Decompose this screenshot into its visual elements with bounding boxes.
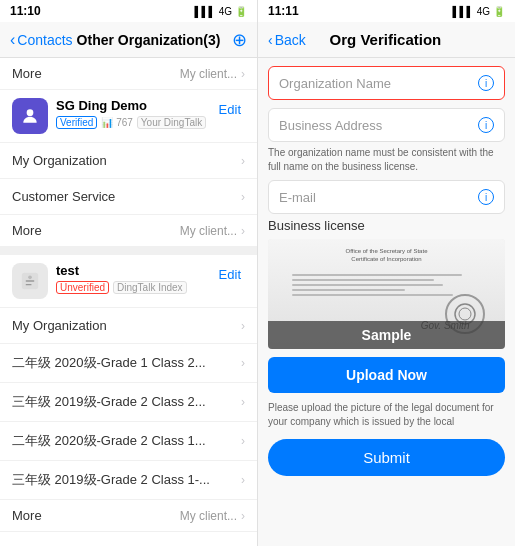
doc-line-1 xyxy=(292,274,463,276)
license-image-container: Office of the Secretary of StateCertific… xyxy=(268,239,505,349)
business-address-info-icon[interactable]: i xyxy=(478,117,494,133)
svg-point-4 xyxy=(459,308,471,320)
doc-header-text: Office of the Secretary of StateCertific… xyxy=(315,247,457,264)
my-organization-item[interactable]: My Organization › xyxy=(0,143,257,179)
grade3-class1-label: 三年级 2019级-Grade 2 Class 1-... xyxy=(12,471,210,489)
test-dingtalk-badge: DingTalk Index xyxy=(113,281,187,294)
bottom-more-section[interactable]: More My client... › xyxy=(0,500,257,532)
grade2-class1-label: 二年级 2020级-Grade 2 Class 1... xyxy=(12,432,206,450)
right-network-icon: 4G xyxy=(477,6,490,17)
doc-line-5 xyxy=(292,294,453,296)
my-org-label: My Organization xyxy=(12,153,107,168)
email-placeholder: E-mail xyxy=(279,190,316,205)
signal-icon: ▌▌▌ xyxy=(194,6,215,17)
doc-body xyxy=(292,274,482,299)
separator-1 xyxy=(0,247,257,255)
right-status-bar: 11:11 ▌▌▌ 4G 🔋 xyxy=(258,0,515,22)
top-more-section[interactable]: More My client... › xyxy=(0,58,257,90)
left-nav-header: ‹ Contacts Other Organization(3) ⊕ xyxy=(0,22,257,58)
sg-ding-demo-card[interactable]: SG Ding Demo Verified 📊 767 Your DingTal… xyxy=(0,90,257,143)
contacts-back-link[interactable]: Contacts xyxy=(17,32,72,48)
svg-point-0 xyxy=(27,109,34,116)
bottom-more-label: More xyxy=(12,508,42,523)
chevron-icon-7: › xyxy=(241,473,245,487)
test-edit-btn[interactable]: Edit xyxy=(215,263,245,286)
add-contact-icon[interactable]: ⊕ xyxy=(232,29,247,51)
doc-line-3 xyxy=(292,284,444,286)
sg-ding-edit-btn[interactable]: Edit xyxy=(215,98,245,121)
unverified-badge: Unverified xyxy=(56,281,109,294)
grade2-class1-item[interactable]: 二年级 2020级-Grade 2 Class 1... › xyxy=(0,422,257,461)
email-info-icon[interactable]: i xyxy=(478,189,494,205)
chevron-icon-8: › xyxy=(241,509,245,523)
right-panel: 11:11 ▌▌▌ 4G 🔋 ‹ Back Org Verification O… xyxy=(258,0,515,546)
chevron-right-icon: › xyxy=(241,67,245,81)
more-label: More xyxy=(12,66,42,81)
grade3-class1-item[interactable]: 三年级 2019级-Grade 2 Class 1-... › xyxy=(0,461,257,500)
org-name-helper-text: The organization name must be consistent… xyxy=(258,142,515,180)
sg-ding-avatar xyxy=(12,98,48,134)
test-org-badges: Unverified DingTalk Index xyxy=(56,281,215,294)
my-client-text: My client... xyxy=(180,67,237,81)
test-org-avatar xyxy=(12,263,48,299)
license-sample-image: Office of the Secretary of StateCertific… xyxy=(268,239,505,349)
network-icon: 4G xyxy=(219,6,232,17)
dingtalk-badge: Your DingTalk xyxy=(137,116,206,129)
my-org-chevron-icon: › xyxy=(241,154,245,168)
chevron-icon-3: › xyxy=(241,319,245,333)
my-client-text-2: My client... xyxy=(180,224,237,238)
battery-icon: 🔋 xyxy=(235,6,247,17)
left-time: 11:10 xyxy=(10,4,41,18)
customer-service-item[interactable]: Customer Service › xyxy=(0,179,257,215)
upload-hint-text: Please upload the picture of the legal d… xyxy=(258,401,515,435)
member-count: 📊 767 xyxy=(101,117,132,128)
right-back-chevron-icon: ‹ xyxy=(268,32,273,48)
right-signal-icon: ▌▌▌ xyxy=(452,6,473,17)
right-status-icons: ▌▌▌ 4G 🔋 xyxy=(452,6,505,17)
grade3-class2-item[interactable]: 三年级 2019级-Grade 2 Class 2... › xyxy=(0,383,257,422)
left-status-bar: 11:10 ▌▌▌ 4G 🔋 xyxy=(0,0,257,22)
org-name-info-icon[interactable]: i xyxy=(478,75,494,91)
verified-badge: Verified xyxy=(56,116,97,129)
doc-line-2 xyxy=(292,279,434,281)
grade3-class2-label: 三年级 2019级-Grade 2 Class 2... xyxy=(12,393,206,411)
chevron-icon-5: › xyxy=(241,395,245,409)
test-my-org-item[interactable]: My Organization › xyxy=(0,308,257,344)
doc-line-4 xyxy=(292,289,406,291)
left-panel: 11:10 ▌▌▌ 4G 🔋 ‹ Contacts Other Organiza… xyxy=(0,0,258,546)
doc-header: Office of the Secretary of StateCertific… xyxy=(315,247,457,264)
customer-service-label: Customer Service xyxy=(12,189,115,204)
test-org-info: test Unverified DingTalk Index xyxy=(56,263,215,294)
email-field[interactable]: E-mail i xyxy=(268,180,505,214)
chevron-right-icon-2: › xyxy=(241,224,245,238)
more-label-2: More xyxy=(12,223,42,238)
right-battery-icon: 🔋 xyxy=(493,6,505,17)
grade2-class2-label: 二年级 2020级-Grade 1 Class 2... xyxy=(12,354,206,372)
grade2-class2-item[interactable]: 二年级 2020级-Grade 1 Class 2... › xyxy=(0,344,257,383)
chevron-icon-4: › xyxy=(241,356,245,370)
submit-button[interactable]: Submit xyxy=(268,439,505,476)
back-chevron-icon[interactable]: ‹ xyxy=(10,31,15,49)
test-org-name: test xyxy=(56,263,215,278)
right-back-text[interactable]: Back xyxy=(275,32,306,48)
chevron-icon-6: › xyxy=(241,434,245,448)
more-section-2[interactable]: More My client... › xyxy=(0,215,257,247)
test-org-card[interactable]: test Unverified DingTalk Index Edit xyxy=(0,255,257,308)
left-status-icons: ▌▌▌ 4G 🔋 xyxy=(194,6,247,17)
left-nav-title: Other Organization(3) xyxy=(77,32,232,48)
upload-now-button[interactable]: Upload Now xyxy=(268,357,505,393)
sample-label: Sample xyxy=(268,321,505,349)
org-name-field[interactable]: Organization Name i xyxy=(268,66,505,100)
bottom-my-client-text: My client... xyxy=(180,509,237,523)
svg-point-2 xyxy=(28,276,32,280)
business-address-placeholder: Business Address xyxy=(279,118,382,133)
sg-ding-info: SG Ding Demo Verified 📊 767 Your DingTal… xyxy=(56,98,215,129)
right-nav: ‹ Back Org Verification xyxy=(258,22,515,58)
sg-ding-badges: Verified 📊 767 Your DingTalk xyxy=(56,116,215,129)
org-name-placeholder: Organization Name xyxy=(279,76,391,91)
customer-service-chevron-icon: › xyxy=(241,190,245,204)
right-nav-title: Org Verification xyxy=(306,31,465,48)
business-license-section: Business license Office of the Secretary… xyxy=(258,214,515,349)
business-address-field[interactable]: Business Address i xyxy=(268,108,505,142)
right-back-btn[interactable]: ‹ Back xyxy=(268,32,306,48)
